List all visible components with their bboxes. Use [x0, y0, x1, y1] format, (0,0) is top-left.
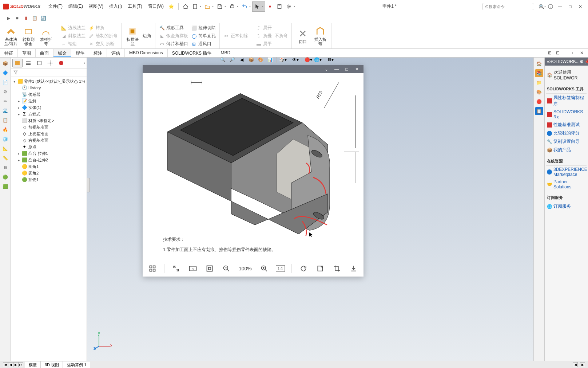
my-products-link[interactable]: 📦我的产品 — [546, 146, 587, 154]
play-icon[interactable]: ▶ — [5, 15, 12, 21]
next-icon[interactable]: ▶ — [13, 362, 18, 367]
weld-icon[interactable]: 🔥 — [2, 126, 9, 133]
dropdown-arrow-icon[interactable]: ▾ — [249, 5, 252, 8]
stop-icon[interactable]: ■ — [14, 15, 20, 21]
menu-insert[interactable]: 插入(I) — [106, 2, 125, 11]
status-tab-motion[interactable]: 运动算例 1 — [63, 361, 90, 368]
render-icon[interactable]: 🖥▾ — [326, 56, 335, 64]
tab-annotation[interactable]: 标注 — [89, 49, 107, 57]
home-icon[interactable] — [181, 2, 190, 11]
zoom-out-icon[interactable] — [221, 263, 231, 274]
dim-icon[interactable]: 📏 — [2, 154, 9, 162]
user-icon[interactable] — [536, 2, 546, 11]
rotate-icon[interactable] — [298, 263, 309, 274]
dropdown-arrow-icon[interactable]: ▾ — [294, 5, 297, 8]
options-icon[interactable] — [284, 2, 294, 11]
file-explorer-icon[interactable]: 📁 — [535, 79, 543, 87]
open-icon[interactable] — [203, 2, 212, 11]
tree-solid[interactable]: ▸🔷实体(1) — [12, 104, 86, 111]
tile-icon[interactable]: ⊞ — [547, 50, 553, 56]
tree-fillet2[interactable]: 🟡圆角2 — [12, 170, 86, 176]
download-icon[interactable] — [349, 263, 359, 274]
dropdown-arrow-icon[interactable]: ▾ — [225, 5, 227, 8]
tab-sheetmetal[interactable]: 钣金 — [53, 49, 71, 57]
dropdown-arrow-icon[interactable]: ▾ — [200, 5, 203, 8]
tree-boss2[interactable]: ▸🟩凸台-拉伸2 — [12, 157, 86, 163]
menu-file[interactable]: 文件(F) — [45, 2, 65, 11]
dropdown-arrow-icon[interactable]: ▾ — [237, 5, 240, 8]
view-orient-icon[interactable]: 🎲▾ — [278, 56, 287, 64]
taskpane-pin-icon[interactable]: 📌 — [584, 59, 588, 64]
convert-sheetmetal-button[interactable]: 转换到 钣金 — [20, 25, 37, 47]
tree-tab-appearance[interactable] — [56, 59, 66, 67]
tab-sketch[interactable]: 草图 — [18, 49, 36, 57]
dropdown-arrow-icon[interactable]: ▾ — [262, 5, 265, 8]
tree-tab-display[interactable] — [45, 59, 55, 67]
file-props-icon[interactable] — [275, 2, 284, 11]
doc-minimize-icon[interactable]: — — [563, 50, 569, 56]
zoom-fit-icon[interactable]: 🔍 — [218, 56, 227, 64]
view-palette-icon[interactable]: 🎨 — [535, 88, 543, 96]
partner-link[interactable]: 🤝Partner Solutions — [546, 178, 587, 191]
tab-mbd-dim[interactable]: MBD Dimensions — [125, 49, 168, 57]
corner-button[interactable]: 边角 — [141, 32, 153, 40]
prev-view-icon[interactable]: ◀ — [237, 56, 246, 64]
copy-settings-link[interactable]: 🔧复制设置向导 — [546, 137, 587, 146]
expand-icon[interactable] — [171, 263, 181, 274]
home2-icon[interactable]: 🏠 — [535, 60, 543, 68]
tree-tab-feature[interactable] — [12, 59, 23, 67]
select-icon[interactable] — [253, 2, 262, 11]
sketch-icon[interactable]: ✏ — [2, 98, 9, 105]
search-command-box[interactable]: ⊙ 🔍 ▾ — [482, 3, 533, 10]
rebuild-icon[interactable] — [265, 2, 275, 11]
ocr-icon[interactable]: A — [188, 263, 198, 274]
tab-weldment[interactable]: 焊件 — [71, 49, 89, 57]
maximize-icon[interactable]: □ — [565, 2, 575, 11]
extrude-cut-button[interactable]: ⬜拉伸切除 — [190, 24, 217, 32]
custom-props-icon[interactable]: 📋 — [535, 107, 543, 115]
doc-maximize-icon[interactable]: □ — [571, 50, 577, 56]
tree-origin[interactable]: ✦原点 — [12, 144, 86, 150]
doc-close-icon[interactable]: ✕ — [579, 50, 585, 56]
appearance2-icon[interactable]: 🔴 — [535, 98, 543, 106]
tree-tab-config[interactable] — [23, 59, 33, 67]
tab-surface[interactable]: 曲面 — [36, 49, 53, 57]
prop-tab-builder-link[interactable]: 属性标签编制程序 — [546, 94, 587, 108]
search-input[interactable] — [489, 4, 539, 9]
green2-icon[interactable]: 🟩 — [2, 183, 9, 190]
surface-icon[interactable]: 🌊 — [2, 107, 9, 114]
close-icon[interactable]: ✕ — [576, 2, 585, 11]
subscription-link[interactable]: 🌐订阅服务 — [546, 202, 587, 211]
tree-material[interactable]: ⬜材质 <未指定> — [12, 117, 86, 124]
crop-icon[interactable] — [332, 263, 342, 274]
tree-history[interactable]: 🕐History — [12, 85, 86, 91]
undo-icon[interactable] — [240, 2, 249, 11]
cascade-icon[interactable]: ⊡ — [555, 50, 561, 56]
sheet-icon[interactable]: 📋 — [2, 117, 9, 124]
tree-top-plane[interactable]: ◇上视基准面 — [12, 130, 86, 137]
status-tab-3dview[interactable]: 3D 视图 — [41, 361, 63, 368]
minimize-icon[interactable]: — — [555, 2, 565, 11]
tree-expand-icon[interactable]: › — [84, 60, 85, 66]
tab-addins[interactable]: SOLIDWORKS 插件 — [168, 49, 216, 57]
zoom-in-icon[interactable] — [259, 263, 269, 274]
screen-icon[interactable]: 🖥 — [2, 164, 9, 171]
tab-features[interactable]: 特征 — [0, 49, 18, 57]
dynamic-icon[interactable]: 🎨 — [256, 56, 265, 64]
drawing-icon[interactable]: 📄 — [2, 79, 9, 86]
vent-button[interactable]: ⊞通风口 — [190, 40, 217, 48]
loft-bend-button[interactable]: 放样折 弯 — [37, 25, 55, 47]
record-icon[interactable]: 📋 — [31, 15, 38, 21]
hide-show-icon[interactable]: 👁▾ — [291, 56, 300, 64]
tree-filter[interactable] — [11, 68, 87, 77]
insert-bend-button[interactable]: 插入折 弯 — [311, 25, 329, 47]
zoom-area-icon[interactable]: 🔎 — [228, 56, 237, 64]
tab-evaluate[interactable]: 评估 — [107, 49, 125, 57]
design-lib-icon[interactable]: 📚 — [535, 69, 543, 77]
prev-icon[interactable]: ◀ — [8, 362, 13, 367]
print-icon[interactable] — [227, 2, 237, 11]
tree-fillet1[interactable]: 🟡圆角1 — [12, 163, 86, 170]
replay-icon[interactable]: 🔄 — [40, 15, 47, 21]
fit-icon[interactable] — [204, 263, 215, 274]
ratio-button[interactable]: 1:1 — [276, 265, 285, 272]
